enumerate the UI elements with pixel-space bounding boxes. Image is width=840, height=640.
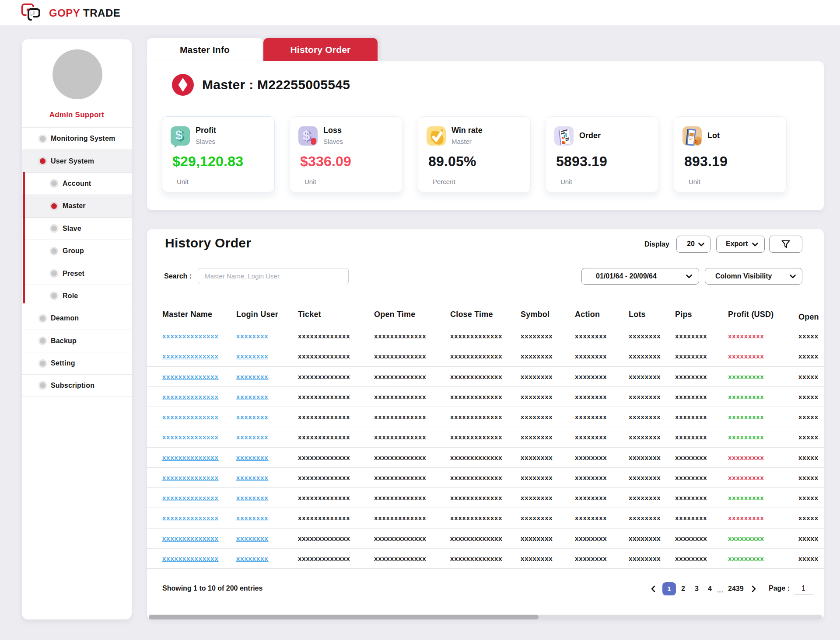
svg-text:$: $ [175,128,183,142]
svg-text:$: $ [303,128,310,143]
